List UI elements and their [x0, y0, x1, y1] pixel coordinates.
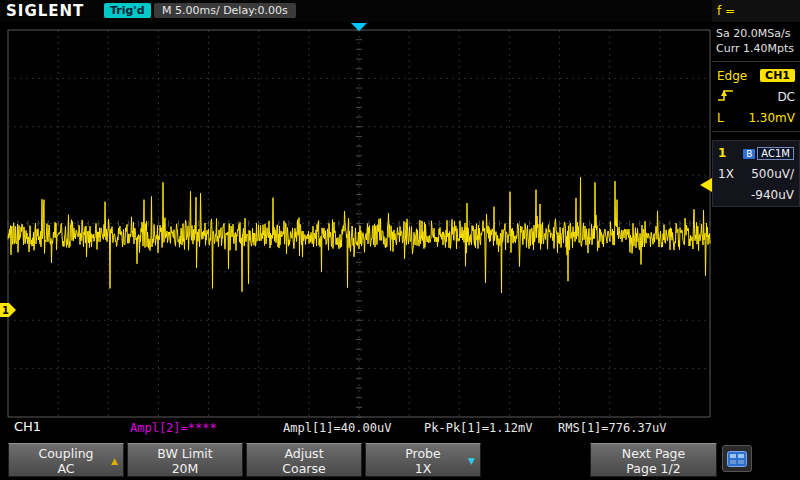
probe-attenuation: 1X	[718, 167, 734, 181]
channel-id-row: 1 BAC1M	[713, 142, 799, 163]
trigger-coupling: DC	[777, 90, 795, 104]
channel-descriptor[interactable]: 1 BAC1M 1X 500uV/ -940uV	[712, 140, 800, 207]
softkey-bw-limit[interactable]: BW Limit 20M	[127, 443, 243, 477]
bw-limit-badge: B	[743, 149, 755, 159]
softkey-coupling[interactable]: Coupling AC ▲	[8, 443, 124, 477]
oscilloscope-screen: SIGLENT Trig'd M 5.00ms/ Delay:0.00s f =…	[0, 0, 800, 480]
measurement-rms-ch1: RMS[1]=776.37uV	[558, 421, 666, 435]
softkey-adjust[interactable]: Adjust Coarse	[246, 443, 362, 477]
trigger-level-label: L	[717, 111, 724, 125]
acquisition-info: Sa 20.0MSa/s Curr 1.40Mpts	[712, 22, 800, 58]
channel-offset-row: -940uV	[713, 184, 799, 205]
softkey-label: Adjust	[247, 446, 361, 461]
menu-extra-button[interactable]	[722, 445, 752, 472]
brand-logo: SIGLENT	[6, 2, 84, 20]
timebase-readout[interactable]: M 5.00ms/ Delay:0.00s	[154, 3, 296, 18]
measurement-ampl-ch1: Ampl[1]=40.00uV	[283, 421, 391, 435]
volts-per-div: 500uV/	[751, 167, 794, 181]
trigger-slope-row: DC	[712, 86, 800, 107]
rising-edge-icon	[717, 88, 735, 105]
trigger-level-marker[interactable]	[700, 178, 712, 192]
scope-display: 1	[0, 22, 712, 418]
coupling-arrow-icon: ▲	[111, 454, 118, 469]
trigger-type-row: Edge CH1	[712, 65, 800, 86]
softkey-value: Coarse	[247, 461, 361, 476]
sample-rate: Sa 20.0MSa/s	[716, 26, 796, 41]
graticule	[8, 30, 710, 417]
channel-number: 1	[718, 146, 726, 160]
memory-depth: Curr 1.40Mpts	[716, 41, 796, 56]
probe-arrow-icon: ▼	[468, 454, 475, 469]
top-status-bar: SIGLENT Trig'd M 5.00ms/ Delay:0.00s f =…	[0, 0, 800, 22]
softkey-label: Probe	[366, 446, 480, 461]
display-grid-icon	[727, 451, 747, 467]
channel-scale-row: 1X 500uV/	[713, 163, 799, 184]
measurement-pkpk-ch1: Pk-Pk[1]=1.12mV	[424, 421, 532, 435]
divider	[712, 131, 800, 132]
sidebar: Sa 20.0MSa/s Curr 1.40Mpts Edge CH1 DC L…	[712, 22, 800, 440]
channel-offset: -940uV	[751, 188, 794, 202]
softkey-label: Coupling	[9, 446, 123, 461]
trigger-status-badge: Trig'd	[104, 3, 151, 18]
softkey-value: 20M	[128, 461, 242, 476]
trigger-source-badge[interactable]: CH1	[760, 69, 795, 82]
coupling-badge: AC1M	[757, 147, 794, 160]
softkey-next-page[interactable]: Next Page Page 1/2	[590, 443, 717, 477]
measurement-ampl-ch2: Ampl[2]=****	[130, 421, 217, 435]
trigger-level-row: L 1.30mV	[712, 107, 800, 128]
softkey-value: Page 1/2	[591, 461, 716, 476]
divider	[712, 61, 800, 62]
trigger-type-label: Edge	[717, 69, 747, 83]
trigger-level-value: 1.30mV	[748, 111, 795, 125]
active-menu-label: CH1	[14, 419, 41, 434]
channel-badges: BAC1M	[743, 146, 794, 160]
softkey-label: Next Page	[591, 446, 716, 461]
softkey-value: AC	[9, 461, 123, 476]
frequency-counter: f = 74.4251Hz	[712, 0, 800, 22]
softkey-label: BW Limit	[128, 446, 242, 461]
channel1-ground-label: 1	[2, 305, 9, 316]
softkey-probe[interactable]: Probe 1X ▼	[365, 443, 481, 477]
softkey-menu-bar: Coupling AC ▲ BW Limit 20M Adjust Coarse…	[0, 440, 800, 480]
softkey-value: 1X	[366, 461, 480, 476]
